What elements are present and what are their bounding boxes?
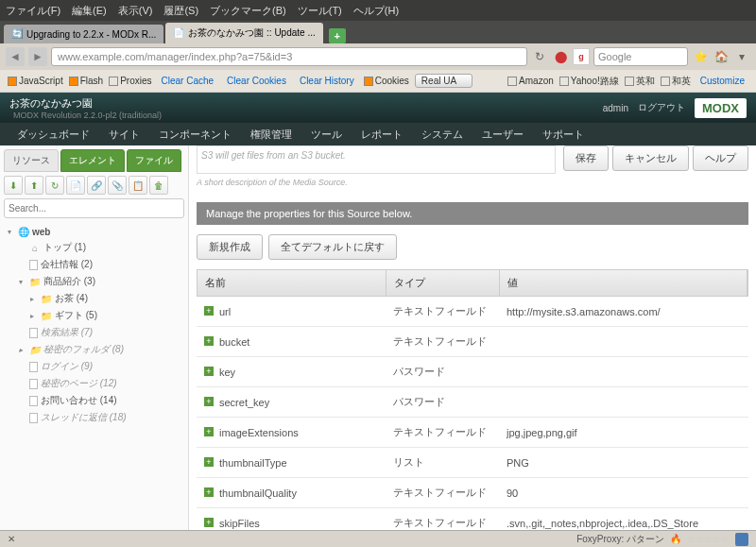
tab-elements[interactable]: エレメント xyxy=(60,149,125,172)
browser-tab-strip: 🔄 Upgrading to 2.2.x - MODx R... 📄 お茶のなか… xyxy=(0,21,756,43)
flash-toggle[interactable]: Flash xyxy=(69,76,103,86)
ua-select[interactable]: Real UA xyxy=(415,74,472,88)
status-close-icon[interactable]: ✕ xyxy=(8,534,15,544)
fox-icon[interactable] xyxy=(735,533,748,546)
eiwa-toggle[interactable]: 英和 xyxy=(625,75,655,88)
home-icon[interactable]: 🏠 xyxy=(713,48,730,65)
browser-search[interactable]: Google xyxy=(593,47,688,66)
rating-stars[interactable]: ☆☆☆☆☆ xyxy=(687,534,730,544)
new-tab-button[interactable]: + xyxy=(329,28,346,43)
admin-link[interactable]: admin xyxy=(603,103,628,113)
prop-type: パスワード xyxy=(386,357,499,386)
prop-name: skipFiles xyxy=(219,518,260,529)
menu-help[interactable]: ヘルプ(H) xyxy=(353,4,399,18)
nav-components[interactable]: コンポーネント xyxy=(149,128,241,142)
prop-name: url xyxy=(219,306,231,317)
create-button[interactable]: 新規作成 xyxy=(197,234,263,260)
col-name[interactable]: 名前 xyxy=(198,270,387,296)
tab-files[interactable]: ファイル xyxy=(127,149,181,172)
property-row[interactable]: thumbnailQualityテキストフィールド90 xyxy=(197,478,748,508)
browser-tab-1[interactable]: 📄 お茶のなかみつ園 :: Update ... xyxy=(165,23,322,43)
yahoo-toggle[interactable]: Yahoo!路線 xyxy=(559,75,619,88)
google-icon[interactable]: g xyxy=(573,48,590,65)
browser-tab-0[interactable]: 🔄 Upgrading to 2.2.x - MODx R... xyxy=(4,25,163,43)
new-symlink-icon[interactable]: 📎 xyxy=(108,176,127,195)
cancel-button[interactable]: キャンセル xyxy=(612,145,689,171)
new-static-icon[interactable]: 📋 xyxy=(129,176,147,195)
property-row[interactable]: skipFilesテキストフィールド.svn,.git,_notes,nbpro… xyxy=(197,508,748,530)
property-row[interactable]: bucketテキストフィールド xyxy=(197,327,748,357)
reset-defaults-button[interactable]: 全てデフォルトに戻す xyxy=(268,234,397,260)
tree-root[interactable]: ▾🌐web xyxy=(4,224,184,239)
clear-cookies-link[interactable]: Clear Cookies xyxy=(227,76,286,86)
sidebar-search[interactable] xyxy=(4,198,184,218)
customize-link[interactable]: Customize xyxy=(700,76,745,86)
tree-item[interactable]: ▸📁秘密のフォルダ (8) xyxy=(4,341,184,358)
forward-button[interactable]: ► xyxy=(28,47,47,66)
property-row[interactable]: urlテキストフィールドhttp://mysite.s3.amazonaws.c… xyxy=(197,297,748,327)
tab-resources[interactable]: リソース xyxy=(4,149,59,172)
globe-icon: 🌐 xyxy=(18,226,29,237)
bookmark-icon[interactable]: ⭐ xyxy=(692,48,709,65)
js-toggle[interactable]: JavaScript xyxy=(8,76,63,86)
refresh-icon[interactable]: ↻ xyxy=(45,176,64,195)
collapse-icon[interactable]: ⬆ xyxy=(25,176,43,195)
url-input[interactable] xyxy=(51,47,527,66)
nav-tools[interactable]: ツール xyxy=(301,128,352,142)
property-row[interactable]: imageExtensionsテキストフィールドjpg,jpeg,png,gif xyxy=(197,418,748,448)
property-row[interactable]: keyパスワード xyxy=(197,357,748,387)
col-value[interactable]: 値 xyxy=(500,270,747,296)
tree-item[interactable]: ログイン (9) xyxy=(4,358,184,375)
tree-item[interactable]: 会社情報 (2) xyxy=(4,256,184,273)
waei-toggle[interactable]: 和英 xyxy=(661,75,691,88)
foxyproxy-label[interactable]: FoxyProxy: パターン xyxy=(576,533,664,546)
back-button[interactable]: ◄ xyxy=(6,47,25,66)
clear-cache-link[interactable]: Clear Cache xyxy=(162,76,215,86)
nav-dashboard[interactable]: ダッシュボード xyxy=(8,128,99,142)
tree-item[interactable]: ⌂トップ (1) xyxy=(4,239,184,256)
help-button[interactable]: ヘルプ xyxy=(693,145,748,171)
feed-icon[interactable]: ▾ xyxy=(733,48,750,65)
expand-icon[interactable]: ⬇ xyxy=(4,176,23,195)
cookies-toggle[interactable]: Cookies xyxy=(364,76,409,86)
nav-users[interactable]: ユーザー xyxy=(472,128,533,142)
menu-file[interactable]: ファイル(F) xyxy=(6,4,60,18)
browser-menubar: ファイル(F) 編集(E) 表示(V) 履歴(S) ブックマーク(B) ツール(… xyxy=(0,0,756,21)
tree-item[interactable]: お問い合わせ (14) xyxy=(4,392,184,409)
tree-item[interactable]: ▾📁商品紹介 (3) xyxy=(4,273,184,290)
tree-item[interactable]: ▸📁ギフト (5) xyxy=(4,307,184,324)
menu-edit[interactable]: 編集(E) xyxy=(72,4,107,18)
clear-history-link[interactable]: Clear History xyxy=(300,76,354,86)
menu-history[interactable]: 履歴(S) xyxy=(163,4,198,18)
nav-system[interactable]: システム xyxy=(412,128,472,142)
nav-security[interactable]: 権限管理 xyxy=(241,128,301,142)
menu-tools[interactable]: ツール(T) xyxy=(298,4,342,18)
col-type[interactable]: タイプ xyxy=(387,270,500,296)
proxies-toggle[interactable]: Proxies xyxy=(109,76,151,86)
menu-view[interactable]: 表示(V) xyxy=(118,4,153,18)
reload-icon[interactable]: ↻ xyxy=(531,48,548,65)
tree-item[interactable]: 検索結果 (7) xyxy=(4,324,184,341)
nav-reports[interactable]: レポート xyxy=(352,128,412,142)
amazon-toggle[interactable]: Amazon xyxy=(507,76,554,86)
tree-label: お問い合わせ (14) xyxy=(41,394,117,407)
tree-item[interactable]: 秘密のページ (12) xyxy=(4,375,184,392)
new-link-icon[interactable]: 🔗 xyxy=(87,176,106,195)
trash-icon[interactable]: 🗑 xyxy=(149,176,168,195)
menu-bookmarks[interactable]: ブックマーク(B) xyxy=(210,4,286,18)
property-row[interactable]: secret_keyパスワード xyxy=(197,387,748,418)
save-button[interactable]: 保存 xyxy=(563,145,609,171)
nav-support[interactable]: サポート xyxy=(533,128,593,142)
tree-item[interactable]: スレッドに返信 (18) xyxy=(4,409,184,426)
foxy-fire-icon[interactable]: 🔥 xyxy=(670,534,681,544)
logout-link[interactable]: ログアウト xyxy=(638,101,685,114)
tree-item[interactable]: ▸📁お茶 (4) xyxy=(4,290,184,307)
new-doc-icon[interactable]: 📄 xyxy=(66,176,85,195)
nav-site[interactable]: サイト xyxy=(99,128,149,142)
tab-icon: 🔄 xyxy=(11,28,23,40)
stop-icon[interactable]: ⬤ xyxy=(552,48,569,65)
plus-icon xyxy=(204,518,214,527)
description-box[interactable]: S3 will get files from an S3 bucket. xyxy=(197,145,556,174)
folder-icon: 📁 xyxy=(29,276,41,287)
property-row[interactable]: thumbnailTypeリストPNG xyxy=(197,448,748,478)
